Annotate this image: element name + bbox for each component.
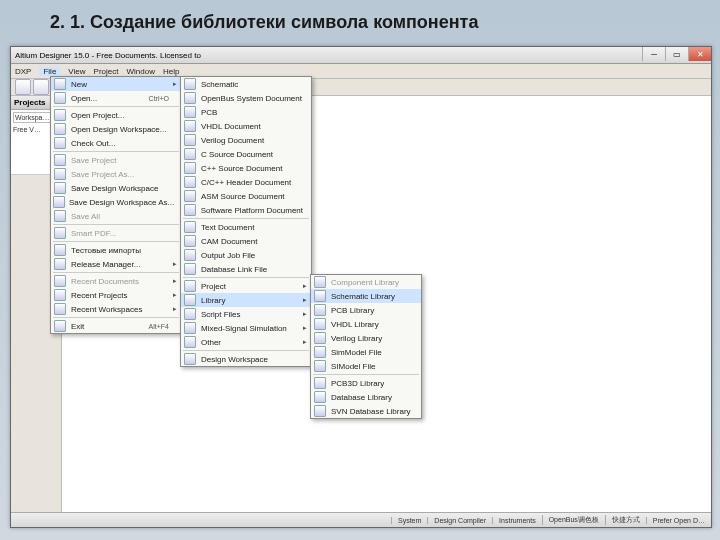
menu-item-label: Save All: [71, 212, 100, 221]
new-menu-item[interactable]: C/C++ Header Document: [181, 175, 311, 189]
menu-item-label: Recent Documents: [71, 277, 139, 286]
new-menu-item[interactable]: C++ Source Document: [181, 161, 311, 175]
menu-item-icon: [313, 318, 327, 330]
library-menu-item[interactable]: SVN Database Library: [311, 404, 421, 418]
menu-item-label: Smart PDF...: [71, 229, 116, 238]
menu-item-icon: [53, 168, 67, 180]
library-menu-item[interactable]: PCB3D Library: [311, 376, 421, 390]
library-menu-item[interactable]: SIModel File: [311, 359, 421, 373]
library-menu-item[interactable]: SimModel File: [311, 345, 421, 359]
library-menu-item[interactable]: Database Library: [311, 390, 421, 404]
menu-item-icon: [183, 134, 197, 146]
file-menu-item[interactable]: Check Out...: [51, 136, 181, 150]
new-menu-item[interactable]: Project▸: [181, 279, 311, 293]
new-menu-item[interactable]: OpenBus System Document: [181, 91, 311, 105]
menu-item-icon: [313, 405, 327, 417]
new-menu-item[interactable]: Database Link File: [181, 262, 311, 276]
status-system[interactable]: System: [391, 517, 421, 524]
menu-project[interactable]: Project: [94, 67, 119, 76]
library-menu-item[interactable]: Verilog Library: [311, 331, 421, 345]
file-menu-item: Save Project: [51, 153, 181, 167]
menu-item-icon: [53, 109, 67, 121]
menu-item-icon: [183, 353, 197, 365]
new-menu-item[interactable]: Other▸: [181, 335, 311, 349]
library-menu-item[interactable]: Schematic Library: [311, 289, 421, 303]
new-menu-item[interactable]: Design Workspace: [181, 352, 311, 366]
menu-item-icon: [183, 204, 197, 216]
menu-item-label: Release Manager...: [71, 260, 140, 269]
menu-help[interactable]: Help: [163, 67, 179, 76]
library-submenu: Component LibrarySchematic LibraryPCB Li…: [310, 274, 422, 419]
menu-item-icon: [183, 235, 197, 247]
submenu-arrow-icon: ▸: [173, 305, 177, 313]
new-menu-item[interactable]: C Source Document: [181, 147, 311, 161]
status-prefer[interactable]: Prefer Open D…: [646, 517, 705, 524]
menu-item-label: Schematic Library: [331, 292, 395, 301]
file-menu-item[interactable]: Recent Projects▸: [51, 288, 181, 302]
close-button[interactable]: ✕: [688, 47, 711, 61]
menu-item-icon: [53, 258, 67, 270]
new-menu-separator: [183, 218, 309, 219]
new-menu-item[interactable]: Text Document: [181, 220, 311, 234]
library-menu-item[interactable]: VHDL Library: [311, 317, 421, 331]
file-menu-item[interactable]: Open...Ctrl+O: [51, 91, 181, 105]
new-menu-item[interactable]: Output Job File: [181, 248, 311, 262]
file-menu-item[interactable]: ExitAlt+F4: [51, 319, 181, 333]
menu-item-icon: [183, 120, 197, 132]
menu-item-label: Library: [201, 296, 225, 305]
new-menu-item[interactable]: Script Files▸: [181, 307, 311, 321]
status-instruments[interactable]: Instruments: [492, 517, 536, 524]
file-menu-item: Recent Documents▸: [51, 274, 181, 288]
status-design-compiler[interactable]: Design Compiler: [427, 517, 486, 524]
new-menu-item[interactable]: Library▸: [181, 293, 311, 307]
submenu-arrow-icon: ▸: [303, 296, 307, 304]
toolbar-icon[interactable]: [33, 79, 49, 95]
menu-item-label: PCB Library: [331, 306, 374, 315]
file-menu-item[interactable]: Recent Workspaces▸: [51, 302, 181, 316]
menu-item-icon: [53, 92, 67, 104]
status-openbus[interactable]: OpenBus调色板: [542, 515, 599, 525]
menu-item-label: Verilog Library: [331, 334, 382, 343]
menu-item-label: Save Project: [71, 156, 116, 165]
new-menu-item[interactable]: Mixed-Signal Simulation▸: [181, 321, 311, 335]
new-menu-item[interactable]: Verilog Document: [181, 133, 311, 147]
file-menu-item[interactable]: New▸: [51, 77, 181, 91]
menu-item-icon: [53, 320, 67, 332]
new-menu-item[interactable]: Schematic: [181, 77, 311, 91]
menu-item-label: Project: [201, 282, 226, 291]
file-menu-separator: [53, 241, 179, 242]
file-menu-item[interactable]: Save Design Workspace: [51, 181, 181, 195]
menu-item-label: C++ Source Document: [201, 164, 282, 173]
menu-file[interactable]: File: [39, 67, 60, 76]
submenu-arrow-icon: ▸: [173, 277, 177, 285]
menu-item-icon: [313, 276, 327, 288]
toolbar-icon[interactable]: [15, 79, 31, 95]
file-menu-item[interactable]: Open Design Workspace...: [51, 122, 181, 136]
menu-item-icon: [183, 221, 197, 233]
new-menu-item[interactable]: ASM Source Document: [181, 189, 311, 203]
menu-dxp[interactable]: DXP: [15, 67, 31, 76]
new-menu-item[interactable]: CAM Document: [181, 234, 311, 248]
menu-item-label: Schematic: [201, 80, 238, 89]
minimize-button[interactable]: ─: [642, 47, 665, 61]
file-menu-item[interactable]: Open Project...: [51, 108, 181, 122]
status-shortcuts[interactable]: 快捷方式: [605, 515, 640, 525]
menu-item-label: Mixed-Signal Simulation: [201, 324, 287, 333]
menu-view[interactable]: View: [68, 67, 85, 76]
submenu-arrow-icon: ▸: [173, 260, 177, 268]
menu-item-label: SIModel File: [331, 362, 375, 371]
menu-item-icon: [53, 78, 67, 90]
new-menu-item[interactable]: VHDL Document: [181, 119, 311, 133]
library-menu-item[interactable]: PCB Library: [311, 303, 421, 317]
new-menu-item[interactable]: PCB: [181, 105, 311, 119]
menu-item-shortcut: Alt+F4: [149, 323, 169, 330]
menu-item-icon: [183, 263, 197, 275]
maximize-button[interactable]: ▭: [665, 47, 688, 61]
menu-item-icon: [183, 92, 197, 104]
file-menu-item[interactable]: Тестовые импорты: [51, 243, 181, 257]
file-menu-item[interactable]: Save Design Workspace As...: [51, 195, 181, 209]
submenu-arrow-icon: ▸: [303, 310, 307, 318]
new-menu-item[interactable]: Software Platform Document: [181, 203, 311, 217]
menu-window[interactable]: Window: [126, 67, 154, 76]
file-menu-item[interactable]: Release Manager...▸: [51, 257, 181, 271]
